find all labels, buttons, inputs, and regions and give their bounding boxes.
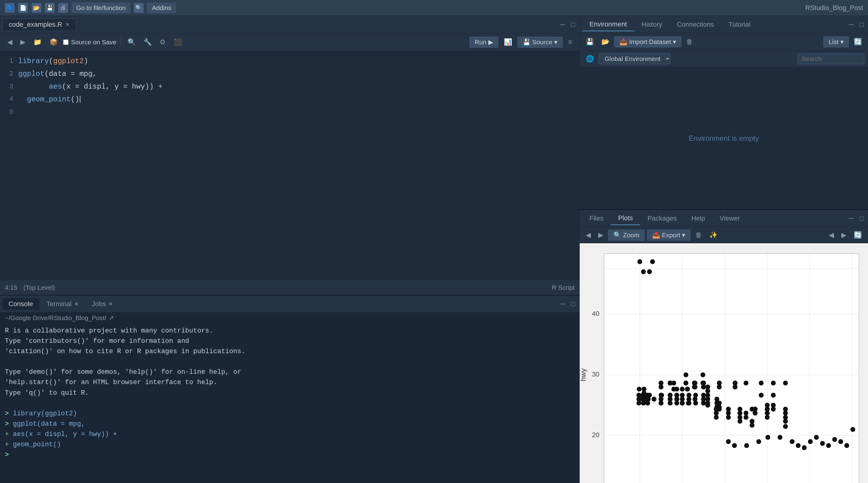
line-content-4: geom_point(): [18, 95, 81, 103]
env-load-button[interactable]: 📂: [599, 37, 612, 47]
tab-close-icon[interactable]: ✕: [65, 21, 70, 28]
find-icon[interactable]: 🔍: [134, 3, 144, 13]
tab-viewer[interactable]: Viewer: [712, 212, 747, 225]
console-tab-label: Console: [8, 300, 33, 308]
print-icon[interactable]: 🖨: [58, 3, 68, 13]
list-button[interactable]: List ▾: [824, 36, 849, 47]
tab-history[interactable]: History: [634, 18, 670, 31]
console-output[interactable]: R is a collaborative project with many c…: [0, 323, 579, 483]
env-save-button[interactable]: 💾: [583, 37, 596, 47]
svg-point-154: [750, 423, 754, 428]
scatter-plot: 20 30 40 hwy 2 3 4 5 6 7 displ: [580, 243, 868, 483]
plots-wand-button[interactable]: ✨: [707, 230, 720, 240]
source-on-save-checkbox[interactable]: [63, 39, 69, 45]
env-refresh-button[interactable]: 🔄: [851, 37, 864, 47]
svg-point-182: [637, 259, 642, 264]
addins-button[interactable]: Addins: [147, 3, 176, 13]
editor-minimize-button[interactable]: ─: [558, 20, 567, 29]
console-minimize-button[interactable]: ─: [558, 299, 567, 309]
run-button[interactable]: Run ▶: [469, 37, 498, 47]
files-tab-label: Files: [589, 215, 603, 222]
plots-delete-button[interactable]: 🗑: [693, 230, 705, 240]
svg-text:hwy: hwy: [580, 368, 587, 381]
options-button[interactable]: ⚙: [157, 37, 168, 47]
env-clear-button[interactable]: 🗑: [684, 37, 695, 47]
history-tab-label: History: [642, 21, 662, 28]
editor-tab-code-examples[interactable]: code_examples.R ✕: [2, 19, 76, 30]
tab-tutorial[interactable]: Tutorial: [721, 18, 758, 31]
scope-indicator[interactable]: (Top Level): [23, 284, 55, 291]
svg-point-31: [637, 401, 641, 406]
plots-content: 20 30 40 hwy 2 3 4 5 6 7 displ: [580, 243, 868, 483]
svg-point-135: [717, 407, 722, 412]
source-on-save-label[interactable]: Source on Save: [63, 38, 116, 46]
help-tab-label: Help: [691, 215, 705, 222]
main-layout: code_examples.R ✕ ─ □ ◀ ▶ 📁 📦 Source on …: [0, 16, 868, 483]
svg-point-116: [705, 389, 710, 393]
editor-maximize-button[interactable]: □: [569, 20, 577, 29]
plots-nav-left-button[interactable]: ◀: [827, 230, 836, 240]
svg-point-99: [692, 385, 698, 390]
editor-tab-bar: code_examples.R ✕ ─ □: [0, 16, 579, 33]
cursor-position: 4:15: [5, 284, 17, 291]
tab-environment[interactable]: Environment: [582, 18, 634, 31]
status-bar: 4:15 (Top Level) R Script: [0, 280, 579, 295]
env-dropdown-icon-btn[interactable]: 🌐: [583, 54, 596, 64]
plots-nav-right-button[interactable]: ▶: [839, 230, 849, 240]
env-minimize-button[interactable]: ─: [847, 20, 856, 29]
svg-point-28: [647, 269, 652, 274]
stop-button[interactable]: ⬛: [171, 37, 184, 47]
plots-back-button[interactable]: ◀: [583, 230, 593, 240]
plots-maximize-button[interactable]: □: [858, 214, 866, 223]
plots-refresh-button[interactable]: 🔄: [851, 230, 864, 240]
save-icon[interactable]: 💾: [45, 3, 55, 13]
tab-jobs[interactable]: Jobs ✕: [86, 298, 119, 310]
tab-plots[interactable]: Plots: [611, 212, 640, 225]
tab-files[interactable]: Files: [582, 212, 611, 225]
compile-button[interactable]: 📦: [47, 37, 60, 47]
svg-point-184: [726, 439, 731, 444]
zoom-button[interactable]: 🔍 Zoom: [608, 230, 645, 240]
tab-help[interactable]: Help: [684, 212, 712, 225]
svg-point-196: [826, 443, 831, 448]
go-to-file-button[interactable]: Go to file/function: [72, 3, 130, 13]
plots-minimize-button[interactable]: ─: [847, 214, 856, 223]
console-maximize-button[interactable]: □: [569, 299, 577, 309]
svg-point-161: [753, 407, 757, 412]
import-dataset-button[interactable]: 📥 Import Dataset ▾: [614, 36, 681, 47]
svg-point-90: [685, 387, 690, 392]
tab-packages[interactable]: Packages: [640, 212, 684, 225]
rstudio-icon[interactable]: 🔵: [5, 3, 14, 13]
svg-point-88: [683, 381, 688, 386]
run-options-button[interactable]: 📊: [501, 37, 515, 47]
forward-button[interactable]: ▶: [18, 37, 28, 47]
env-search-input[interactable]: [798, 54, 864, 64]
source-button[interactable]: 💾 Source ▾: [518, 37, 563, 47]
editor-tab-actions: ─ □: [558, 20, 577, 29]
open-file-icon[interactable]: 📂: [32, 3, 41, 13]
code-line-1: 1 library(ggplot2): [0, 55, 579, 67]
run-label: Run: [475, 38, 487, 46]
terminal-close-icon[interactable]: ✕: [74, 301, 79, 307]
back-button[interactable]: ◀: [5, 37, 15, 47]
svg-point-78: [674, 393, 679, 398]
search-button[interactable]: 🔍: [125, 37, 138, 47]
svg-point-191: [796, 443, 801, 448]
export-button[interactable]: 📤 Export ▾: [647, 230, 691, 240]
code-editor[interactable]: 1 library(ggplot2) 2 ggplot(data = mpg, …: [0, 52, 579, 280]
global-env-dropdown[interactable]: Global Environment: [599, 53, 670, 64]
jobs-close-icon[interactable]: ✕: [108, 301, 113, 307]
tab-console[interactable]: Console: [2, 298, 39, 310]
svg-point-197: [832, 437, 837, 442]
tools-button[interactable]: 🔧: [141, 37, 154, 47]
plots-forward-button[interactable]: ▶: [596, 230, 606, 240]
tab-connections[interactable]: Connections: [670, 18, 721, 31]
env-maximize-button[interactable]: □: [858, 20, 866, 29]
file-type[interactable]: R Script: [552, 284, 575, 291]
tab-terminal[interactable]: Terminal ✕: [40, 298, 85, 310]
new-file-icon[interactable]: 📄: [18, 3, 28, 13]
env-empty-message: Environment is empty: [689, 134, 759, 142]
more-button[interactable]: ≡: [566, 37, 575, 47]
show-in-folder-button[interactable]: 📁: [31, 37, 44, 47]
source-label: Source: [532, 38, 553, 46]
